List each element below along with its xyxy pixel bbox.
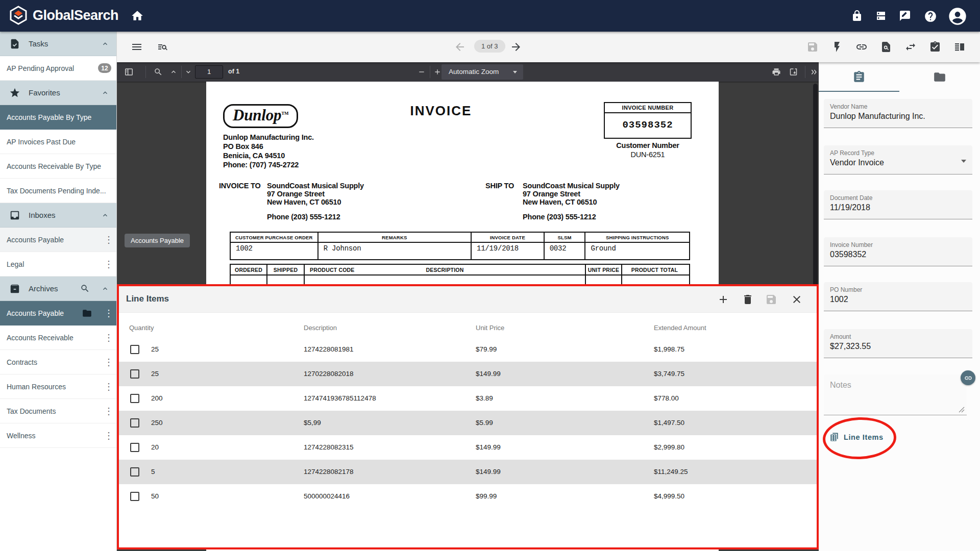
sidebar-item-archive-contracts[interactable]: Contracts ⋮ bbox=[0, 350, 116, 374]
field-invoice-number[interactable]: Invoice Number 03598352 bbox=[824, 237, 972, 266]
field-amount[interactable]: Amount $27,323.55 bbox=[824, 329, 972, 358]
find-previous-icon[interactable] bbox=[169, 67, 178, 77]
row-checkbox[interactable] bbox=[130, 467, 139, 477]
cell-quantity: 25 bbox=[151, 345, 159, 353]
dns-servers-icon[interactable] bbox=[875, 10, 887, 22]
home-icon[interactable] bbox=[131, 9, 144, 22]
chevron-up-icon[interactable] bbox=[101, 285, 109, 293]
sidebar-item-inbox-accounts-payable[interactable]: Accounts Payable ⋮ bbox=[0, 228, 116, 252]
toolbar-more-chevrons-icon[interactable] bbox=[809, 67, 818, 77]
close-panel-button[interactable] bbox=[791, 293, 803, 306]
notes-field[interactable]: Notes bbox=[824, 374, 967, 415]
sidebar-section-tasks[interactable]: Tasks bbox=[0, 32, 116, 56]
line-item-row-3[interactable]: 200 1274741936785112478 $3.89 $778.00 bbox=[119, 386, 817, 411]
link-button[interactable] bbox=[855, 41, 868, 53]
field-po-number[interactable]: PO Number 1002 bbox=[824, 282, 972, 311]
cell-unit-price: $149.99 bbox=[476, 468, 501, 475]
transfer-document-button[interactable] bbox=[904, 41, 917, 53]
line-item-row-5[interactable]: 20 1274228082315 $149.99 $2,999.80 bbox=[119, 435, 817, 460]
chevron-up-icon[interactable] bbox=[101, 211, 109, 219]
kebab-menu-icon[interactable]: ⋮ bbox=[104, 235, 111, 244]
sidebar-section-favorites[interactable]: Favorites bbox=[0, 81, 116, 105]
search-icon[interactable] bbox=[80, 284, 90, 293]
lock-icon[interactable] bbox=[851, 10, 863, 22]
dropdown-caret-icon[interactable] bbox=[961, 160, 966, 163]
viewer-scrollbar[interactable] bbox=[813, 84, 818, 286]
add-row-button[interactable] bbox=[717, 293, 729, 306]
sidebar-toggle-icon[interactable] bbox=[124, 67, 134, 77]
zoom-in-icon[interactable] bbox=[433, 67, 442, 77]
sidebar-item-archive-wellness[interactable]: Wellness ⋮ bbox=[0, 423, 116, 448]
resize-handle-icon[interactable] bbox=[959, 407, 965, 413]
tab-folders[interactable] bbox=[899, 62, 980, 92]
pdf-page-input[interactable]: 1 bbox=[195, 65, 223, 79]
panel-layout-button[interactable] bbox=[953, 41, 966, 53]
sidebar-section-archives[interactable]: Archives bbox=[0, 277, 116, 301]
field-value: 11/19/2018 bbox=[830, 203, 966, 212]
item-label: Legal bbox=[7, 260, 104, 268]
workflow-actions-button[interactable] bbox=[831, 41, 843, 53]
item-label: Tax Documents bbox=[7, 407, 104, 415]
field-document-date[interactable]: Document Date 11/19/2018 bbox=[824, 190, 972, 219]
download-icon[interactable] bbox=[789, 67, 798, 77]
line-item-row-1[interactable]: 25 1274228081981 $79.99 $1,998.75 bbox=[119, 337, 817, 362]
find-next-icon[interactable] bbox=[184, 67, 192, 77]
user-avatar[interactable] bbox=[947, 6, 968, 27]
row-checkbox[interactable] bbox=[130, 345, 139, 354]
print-icon[interactable] bbox=[772, 67, 781, 77]
feedback-chat-icon[interactable] bbox=[899, 10, 911, 22]
kebab-menu-icon[interactable]: ⋮ bbox=[104, 431, 111, 440]
link-fab-button[interactable] bbox=[961, 370, 975, 385]
save-rows-button[interactable] bbox=[765, 293, 777, 306]
sidebar-item-archive-accounts-receivable[interactable]: Accounts Receivable ⋮ bbox=[0, 325, 116, 350]
document-preview-button[interactable] bbox=[880, 41, 892, 53]
sidebar-item-inbox-legal[interactable]: Legal ⋮ bbox=[0, 252, 116, 277]
kebab-menu-icon[interactable]: ⋮ bbox=[104, 358, 111, 367]
sidebar-item-archive-human-resources[interactable]: Human Resources ⋮ bbox=[0, 374, 116, 399]
sidebar-item-archive-accounts-payable[interactable]: Accounts Payable ⋮ bbox=[0, 301, 116, 325]
kebab-menu-icon[interactable]: ⋮ bbox=[104, 407, 111, 416]
previous-document-arrow[interactable] bbox=[454, 41, 466, 53]
field-ap-record-type[interactable]: AP Record Type Vendor Invoice bbox=[824, 145, 972, 174]
tab-index-data[interactable] bbox=[819, 62, 899, 92]
sidebar-item-archive-tax-documents[interactable]: Tax Documents ⋮ bbox=[0, 399, 116, 423]
line-items-button[interactable]: Line Items bbox=[829, 432, 884, 442]
chevron-up-icon[interactable] bbox=[101, 89, 109, 97]
sidebar-item-tax-documents-pending[interactable]: Tax Documents Pending Inde... bbox=[0, 179, 116, 203]
next-document-arrow[interactable] bbox=[510, 41, 522, 53]
line-item-row-7[interactable]: 50 500000024416 $99.99 $4,999.50 bbox=[119, 484, 817, 509]
zoom-out-icon[interactable] bbox=[418, 67, 426, 77]
sidebar-item-ap-invoices-past-due[interactable]: AP Invoices Past Due bbox=[0, 130, 116, 154]
chevron-up-icon[interactable] bbox=[101, 40, 109, 48]
delete-row-button[interactable] bbox=[742, 293, 754, 306]
field-label: Invoice Number bbox=[830, 241, 966, 248]
row-checkbox[interactable] bbox=[130, 369, 139, 379]
row-checkbox[interactable] bbox=[130, 394, 139, 403]
kebab-menu-icon[interactable]: ⋮ bbox=[104, 260, 111, 269]
kebab-menu-icon[interactable]: ⋮ bbox=[104, 333, 111, 342]
zoom-level-select[interactable]: Automatic Zoom bbox=[442, 64, 523, 80]
help-icon[interactable] bbox=[924, 10, 937, 23]
line-item-row-4[interactable]: 250 $5,99 $5.99 $1,497.50 bbox=[119, 411, 817, 435]
line-item-row-6[interactable]: 5 1274228082178 $149.99 $11,249.25 bbox=[119, 460, 817, 484]
cell-extended-amount: $3,749.75 bbox=[654, 370, 684, 378]
row-checkbox[interactable] bbox=[130, 443, 139, 452]
sidebar-item-accounts-payable-by-type[interactable]: Accounts Payable By Type bbox=[0, 105, 116, 130]
row-checkbox[interactable] bbox=[130, 492, 139, 501]
line-item-row-2[interactable]: 25 1270228082018 $149.99 $3,749.75 bbox=[119, 362, 817, 386]
search-results-icon[interactable] bbox=[156, 41, 168, 53]
cell-quantity: 250 bbox=[151, 419, 163, 427]
tasks-checklist-button[interactable] bbox=[929, 41, 941, 53]
row-checkbox[interactable] bbox=[130, 418, 139, 428]
pdf-search-icon[interactable] bbox=[154, 67, 163, 77]
kebab-menu-icon[interactable]: ⋮ bbox=[104, 382, 111, 391]
save-button[interactable] bbox=[806, 41, 819, 53]
menu-icon[interactable] bbox=[131, 41, 143, 53]
sidebar-section-inboxes[interactable]: Inboxes bbox=[0, 203, 116, 228]
field-vendor-name[interactable]: Vendor Name Dunlop Manufacturing Inc. bbox=[824, 99, 972, 128]
app-logo[interactable]: GlobalSearch bbox=[8, 5, 118, 26]
sidebar-item-accounts-receivable-by-type[interactable]: Accounts Receivable By Type bbox=[0, 154, 116, 179]
sidebar-item-ap-pending-approval[interactable]: AP Pending Approval 12 bbox=[0, 56, 116, 81]
kebab-menu-icon[interactable]: ⋮ bbox=[104, 309, 111, 318]
item-label: Accounts Receivable By Type bbox=[7, 162, 111, 170]
